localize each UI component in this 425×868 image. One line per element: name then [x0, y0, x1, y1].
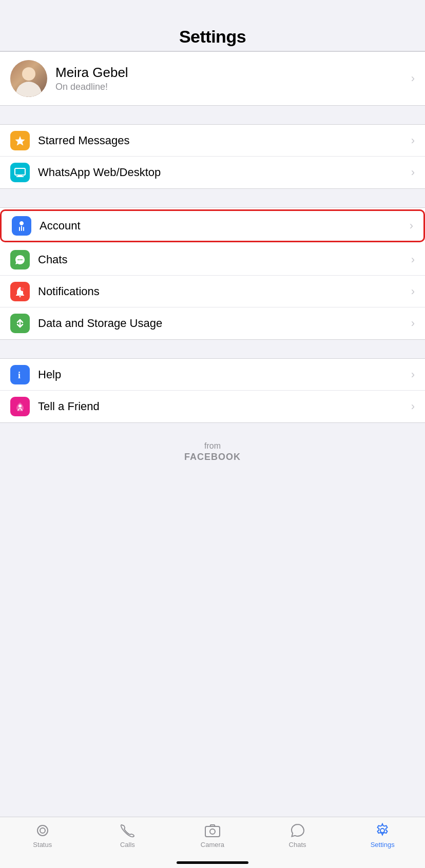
tab-calls[interactable]: Calls: [85, 822, 170, 848]
help-icon: i: [10, 365, 30, 384]
help-label: Help: [38, 368, 411, 381]
tab-chats-label: Chats: [289, 841, 306, 848]
tab-bar: Status Calls Camera Chats: [0, 817, 425, 868]
profile-chevron: ›: [411, 72, 415, 85]
page-title: Settings: [179, 27, 246, 47]
data-label: Data and Storage Usage: [38, 317, 411, 330]
svg-point-14: [37, 825, 48, 836]
tab-settings-label: Settings: [371, 841, 395, 848]
settings-tab-icon: [374, 822, 391, 839]
tell-label: Tell a Friend: [38, 400, 411, 413]
starred-chevron: ›: [411, 134, 415, 147]
section-gap-2: [0, 189, 425, 207]
calls-tab-icon: [119, 822, 136, 839]
menu-section-3: i Help › Tell a Friend ›: [0, 358, 425, 423]
tab-chats[interactable]: Chats: [255, 822, 340, 848]
section-gap-3: [0, 340, 425, 358]
tab-status[interactable]: Status: [0, 822, 85, 848]
svg-text:i: i: [18, 370, 21, 380]
page-header: Settings: [0, 23, 425, 51]
svg-marker-0: [15, 136, 25, 146]
tell-chevron: ›: [411, 400, 415, 413]
svg-rect-4: [19, 227, 20, 231]
svg-rect-5: [21, 226, 22, 231]
menu-item-starred[interactable]: Starred Messages ›: [0, 125, 425, 157]
menu-item-data[interactable]: Data and Storage Usage ›: [0, 307, 425, 339]
svg-point-8: [20, 259, 21, 260]
chats-label: Chats: [38, 253, 411, 266]
menu-item-notifications[interactable]: Notifications ›: [0, 276, 425, 307]
data-chevron: ›: [411, 317, 415, 330]
svg-point-18: [380, 828, 384, 833]
camera-tab-icon: [204, 822, 221, 839]
chats-chevron: ›: [411, 253, 415, 266]
svg-point-10: [20, 296, 21, 297]
svg-point-7: [17, 259, 18, 260]
footer-facebook: FACEBOOK: [184, 452, 241, 462]
tab-settings[interactable]: Settings: [340, 822, 425, 848]
profile-name: Meira Gebel: [55, 65, 411, 81]
tab-camera-label: Camera: [201, 841, 224, 848]
web-chevron: ›: [411, 166, 415, 179]
tab-status-label: Status: [33, 841, 52, 848]
account-icon: [12, 216, 31, 236]
notifications-chevron: ›: [411, 285, 415, 298]
starred-label: Starred Messages: [38, 134, 411, 147]
tab-camera[interactable]: Camera: [170, 822, 255, 848]
profile-status: On deadline!: [55, 82, 411, 92]
footer-branding: from FACEBOOK: [0, 423, 425, 475]
svg-point-17: [210, 829, 215, 834]
menu-item-help[interactable]: i Help ›: [0, 359, 425, 391]
menu-section-1: Starred Messages › WhatsApp Web/Desktop …: [0, 124, 425, 189]
status-bar: [0, 0, 425, 23]
notifications-label: Notifications: [38, 285, 411, 298]
svg-point-15: [40, 828, 45, 833]
svg-rect-1: [15, 168, 25, 175]
profile-row[interactable]: Meira Gebel On deadline! ›: [0, 51, 425, 106]
footer-from: from: [204, 441, 221, 451]
menu-item-account[interactable]: Account ›: [0, 209, 425, 242]
web-label: WhatsApp Web/Desktop: [38, 166, 411, 179]
account-chevron: ›: [410, 219, 413, 233]
tell-icon: [10, 397, 30, 416]
svg-rect-6: [23, 227, 24, 231]
starred-icon: [10, 131, 30, 150]
web-icon: [10, 163, 30, 182]
svg-point-9: [21, 259, 22, 260]
menu-item-chats[interactable]: Chats ›: [0, 244, 425, 276]
svg-rect-16: [205, 826, 220, 837]
menu-item-web[interactable]: WhatsApp Web/Desktop ›: [0, 157, 425, 188]
account-label: Account: [40, 219, 410, 233]
home-indicator: [177, 861, 248, 864]
section-gap-1: [0, 106, 425, 124]
chats-tab-icon: [289, 822, 306, 839]
profile-info: Meira Gebel On deadline!: [55, 65, 411, 92]
notifications-icon: [10, 282, 30, 301]
avatar: [10, 60, 47, 97]
chats-icon: [10, 250, 30, 269]
svg-point-12: [21, 287, 24, 291]
help-chevron: ›: [411, 368, 415, 381]
data-icon: [10, 314, 30, 333]
menu-item-tell[interactable]: Tell a Friend ›: [0, 391, 425, 422]
tab-calls-label: Calls: [120, 841, 135, 848]
menu-section-2: Account › Chats › Notifications ›: [0, 207, 425, 340]
status-tab-icon: [34, 822, 51, 839]
